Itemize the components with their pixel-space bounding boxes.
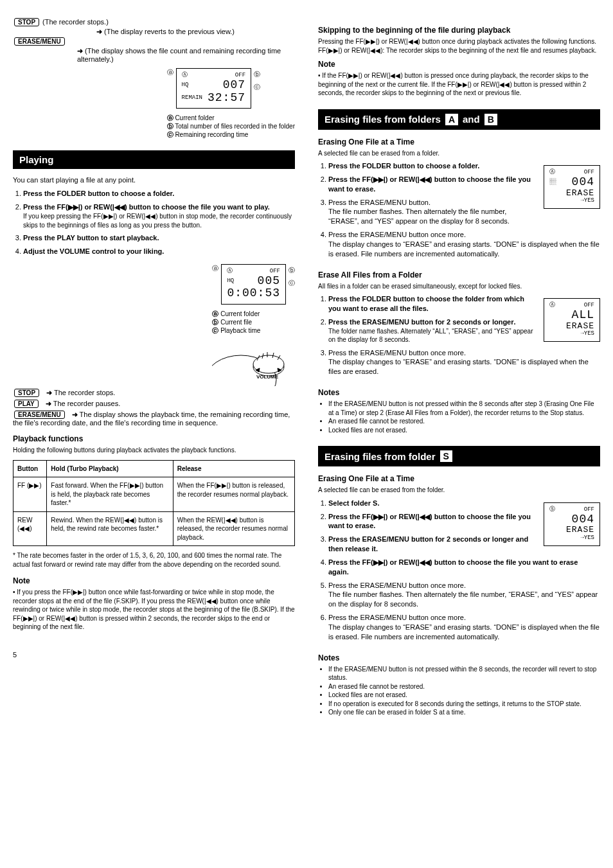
lcd-folder: Ⓐ: [549, 303, 555, 309]
lcd-folder: Ⓐ: [227, 269, 233, 275]
stop-result: The recorder stops.: [54, 389, 115, 396]
s-note-1: If the ERASE/MENU button is not pressed …: [328, 665, 600, 682]
erase-one-step-1: Press the FOLDER button to choose a fold…: [328, 162, 479, 170]
lcd-stop-figure: ⓐ ⒶOFF HQ007 REMAIN32:57 ⓑ ⓒ ⓐ: [13, 64, 295, 139]
play-legend-c-tag: ⓒ: [212, 327, 218, 334]
play-legend-b-tag: ⓑ: [212, 319, 218, 326]
erase-one-step-4: Press the ERASE/MENU button once more. T…: [328, 231, 600, 258]
callout-a: ⓐ: [212, 263, 218, 274]
erase-menu-button-label: ERASE/MENU: [14, 37, 65, 46]
callout-a: ⓐ: [167, 67, 173, 78]
erase-s-step-6: Press the ERASE/MENU button once more. T…: [328, 614, 600, 641]
lcd-yes: →YES: [580, 535, 594, 542]
left-column: STOP (The recorder stops.) ➜ (The displa…: [13, 18, 295, 717]
lcd-remain-label: REMAIN: [182, 95, 202, 102]
lcd-folder-s: Ⓢ: [549, 507, 555, 513]
erase-s-step-4: Press the FF(▶▶|) or REW(|◀◀) button to …: [328, 558, 578, 576]
erase-s-step-1: Select folder S.: [328, 499, 379, 507]
lcd-dots: ░░: [549, 179, 556, 186]
stop-revert-text: (The display reverts to the previous vie…: [104, 28, 235, 35]
erase-s-step-3: Press the ERASE/MENU button for 2 second…: [328, 535, 528, 553]
stop-button-result: (The recorder stops.): [42, 18, 109, 26]
erase-s-notes-heading: Notes: [318, 653, 600, 662]
lcd-remain-time: 32:57: [208, 92, 245, 105]
playing-step-3: Press the PLAY button to start playback.: [23, 233, 295, 243]
s-note-4: If no operation is executed for 8 second…: [328, 700, 600, 709]
erase-one-step-2: Press the FF(▶▶|) or REW(|◀◀) button to …: [328, 175, 531, 193]
lcd-erase-all: ⒶOFF ALL ERASE →YES: [544, 298, 600, 342]
section-erase-s-pre: Erasing files from folder: [324, 451, 436, 462]
lcd-file-num: 004: [572, 176, 594, 189]
cell-rew-release: When the REW(|◀◀) button is released, th…: [173, 511, 294, 546]
section-playing: Playing: [13, 150, 295, 169]
erase-one-intro: A selected file can be erased from a fol…: [318, 149, 600, 158]
col-button: Button: [13, 460, 47, 477]
erase-s-one-heading: Erasing One File at a Time: [318, 474, 600, 483]
section-erase-ab: Erasing files from folders A and B: [318, 109, 600, 130]
cell-ff-button: FF (▶▶): [13, 477, 47, 512]
lcd-yes: →YES: [580, 331, 594, 337]
right-column: Skipping to the beginning of the file du…: [318, 18, 600, 717]
folder-a-icon: A: [445, 113, 459, 126]
playing-step-4: Adjust the VOLUME control to your liking…: [23, 247, 295, 256]
play-legend-a: Current folder: [220, 310, 260, 317]
legend-b: Total number of files recorded in the fo…: [175, 123, 295, 130]
erase-all-step-3: Press the ERASE/MENU button once more. T…: [328, 349, 589, 376]
play-result: The recorder pauses.: [53, 400, 121, 407]
arrow-icon: ➜: [96, 28, 102, 35]
lcd-folder: Ⓐ: [182, 73, 188, 79]
cell-ff-release: When the FF(▶▶|) button is released, the…: [173, 477, 294, 512]
erase-all-heading: Erase All Files from a Folder: [318, 270, 600, 279]
play-legend-b: Current file: [220, 319, 252, 326]
callout-b: ⓑ: [289, 264, 295, 277]
lcd-yes: →YES: [580, 198, 594, 204]
lcd-erase-text: ERASE: [566, 322, 594, 331]
play-stop-sequence: STOP ➜ The recorder stops. PLAY ➜ The re…: [13, 389, 295, 427]
section-erase-ab-mid: and: [463, 114, 480, 125]
lcd-display-play: ⒶOFF HQ005 0:00:53: [221, 264, 286, 305]
cell-rew-hold: Rewind. When the REW(|◀◀) button is held…: [47, 511, 173, 546]
volume-dial-illustration: VOLUME: [212, 335, 289, 386]
erase-s-notes-list: If the ERASE/MENU button is not pressed …: [318, 665, 600, 717]
stop-button-label: STOP: [14, 18, 39, 26]
lcd-mode: HQ: [182, 82, 189, 89]
playing-steps: Press the FOLDER button to choose a fold…: [13, 189, 295, 256]
erase-note-1: If the ERASE/MENU button is not pressed …: [328, 400, 600, 417]
ff-rew-note: • If you press the FF(▶▶|) button once w…: [13, 588, 295, 632]
page-number: 5: [13, 651, 295, 659]
playing-step-4-head: Adjust the VOLUME control to your liking…: [23, 247, 295, 256]
stop-button-label: STOP: [14, 389, 39, 397]
section-erase-s: Erasing files from folder S: [318, 446, 600, 466]
col-hold: Hold (Turbo Playback): [47, 460, 173, 477]
s-note-5: Only one file can be erased in folder S …: [328, 708, 600, 717]
skip-note-heading: Note: [318, 60, 600, 69]
lcd-erase-one: ⒶOFF ░░004 ERASE →YES: [544, 165, 600, 209]
cell-rew-button: REW (◀◀): [13, 511, 47, 546]
erase-menu-button-label: ERASE/MENU: [14, 411, 65, 419]
lcd-play-figure: ⓐ ⒶOFF HQ005 0:00:53 ⓑ ⓒ ⓐ Curr: [13, 260, 295, 389]
table-row: FF (▶▶) Fast forward. When the FF(▶▶|) b…: [13, 477, 295, 512]
erase-all-intro: All files in a folder can be erased simu…: [318, 282, 600, 291]
erase-notes-heading: Notes: [318, 388, 600, 397]
callout-c: ⓒ: [254, 81, 260, 94]
playing-step-3-head: Press the PLAY button to start playback.: [23, 233, 295, 243]
playback-functions-intro: Holding the following buttons during pla…: [13, 446, 295, 455]
playback-functions-heading: Playback functions: [13, 434, 295, 443]
playing-intro: You can start playing a file at any poin…: [13, 175, 295, 185]
arrow-icon: ➜: [77, 47, 83, 55]
legend-a: Current folder: [175, 114, 214, 121]
erase-notes-list: If the ERASE/MENU button is not pressed …: [318, 400, 600, 434]
erase-all-step-2-head: Press the ERASE/MENU button for 2 second…: [328, 318, 516, 326]
lcd-all: ALL: [572, 309, 594, 322]
legend-c: Remaining recording time: [175, 131, 248, 138]
note-heading: Note: [13, 576, 295, 585]
s-note-3: Locked files are not erased.: [328, 691, 600, 700]
erase-s-one-intro: A selected file can be erased from the f…: [318, 486, 600, 495]
volume-label: VOLUME: [256, 374, 279, 380]
col-release: Release: [173, 460, 294, 477]
callout-b: ⓑ: [254, 68, 260, 81]
play-legend-c: Playback time: [220, 327, 260, 334]
erase-one-heading: Erasing One File at a Time: [318, 137, 600, 146]
play-button-label: PLAY: [14, 400, 39, 408]
play-legend-a-tag: ⓐ: [212, 310, 218, 317]
